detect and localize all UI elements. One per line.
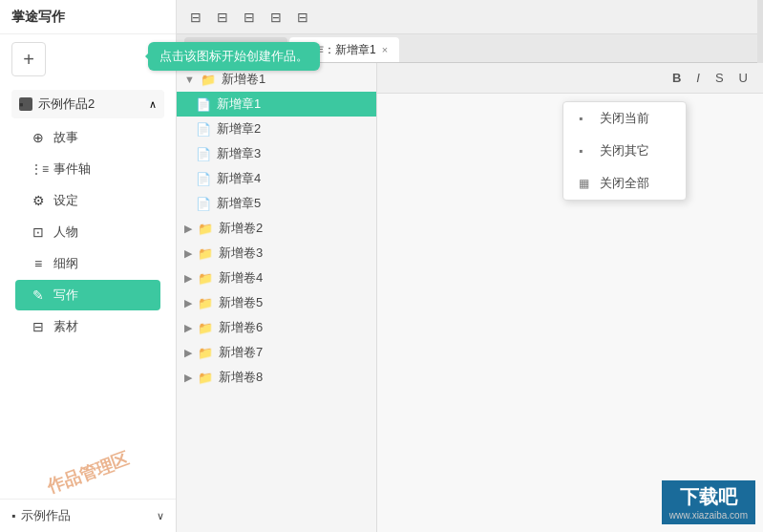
tree-chapter-1-1[interactable]: 📄 新增章1: [177, 92, 376, 117]
sidebar-item-label: 故事: [53, 129, 78, 146]
watermark: 下载吧 www.xiazaiba.com: [662, 480, 755, 524]
toolbar-icon-4[interactable]: ⊟: [265, 6, 287, 29]
tree-volume-5[interactable]: ▶ 📁 新增卷5: [177, 290, 376, 315]
volume-name: 新增卷5: [219, 294, 263, 311]
project-name: 示例作品2: [38, 96, 95, 113]
folder-icon: 📁: [198, 271, 213, 286]
chapter-name: 新增章4: [217, 170, 261, 187]
story-icon: ⊕: [31, 130, 46, 145]
sidebar-bottom: ▪ 示例作品 ∨: [0, 499, 176, 532]
content-area: ▼ 📁 新增卷1 📄 新增章1 📄 新增章2 📄 新增章3 📄: [177, 63, 763, 532]
sidebar-item-timeline[interactable]: ⋮≡ 事件轴: [15, 154, 160, 184]
project-header[interactable]: ▪ 示例作品2 ∧: [11, 90, 164, 118]
bold-button[interactable]: B: [668, 69, 685, 87]
sidebar-item-story[interactable]: ⊕ 故事: [15, 122, 160, 153]
chevron-down-icon: ∨: [157, 510, 164, 522]
tree-chapter-1-3[interactable]: 📄 新增章3: [177, 141, 376, 166]
project-section: ▪ 示例作品2 ∧ ⊕ 故事 ⋮≡ 事件轴 ⚙ 设定: [0, 84, 176, 347]
main-content: ⊟ ⊟ ⊟ ⊟ ⊟ 故事：新增章… 写作：新增章1 × ▼ 📁: [177, 0, 763, 532]
sidebar-item-label: 素材: [53, 318, 78, 335]
tree-chapter-1-5[interactable]: 📄 新增章5: [177, 191, 376, 216]
folder-icon: 📁: [198, 246, 213, 261]
tree-arrow-icon: ▶: [184, 223, 192, 235]
toolbar-icon-3[interactable]: ⊟: [238, 6, 261, 29]
tree-volume-2[interactable]: ▶ 📁 新增卷2: [177, 216, 376, 241]
close-others-icon: ▪: [579, 144, 592, 158]
underline-button[interactable]: U: [735, 69, 752, 87]
tree-volume-4[interactable]: ▶ 📁 新增卷4: [177, 266, 376, 290]
tree-arrow-icon: ▶: [184, 272, 192, 285]
works-management-area: 作品管理区: [0, 461, 176, 484]
tree-volume-7[interactable]: ▶ 📁 新增卷7: [177, 340, 376, 365]
context-menu: ▪ 关闭当前 ▪ 关闭其它 ▦ 关闭全部: [562, 101, 687, 201]
tree-volume-3[interactable]: ▶ 📁 新增卷3: [177, 241, 376, 266]
folder-icon: 📁: [201, 73, 216, 87]
works-management-label: 作品管理区: [44, 447, 133, 498]
sidebar-item-settings[interactable]: ⚙ 设定: [15, 185, 160, 216]
tree-volume-8[interactable]: ▶ 📁 新增卷8: [177, 365, 376, 390]
editor-area: B I S U ▪ 关闭当前 ▪ 关闭其它 ▦: [377, 63, 763, 532]
folder-icon: 📁: [198, 371, 213, 385]
context-menu-label: 关闭其它: [600, 142, 649, 160]
tree-arrow-icon: ▶: [184, 347, 192, 359]
sidebar-item-characters[interactable]: ⊡ 人物: [15, 217, 160, 247]
file-icon: 📄: [196, 147, 211, 161]
sidebar-bottom-project[interactable]: ▪ 示例作品 ∨: [0, 500, 176, 532]
chevron-up-icon: ∧: [149, 98, 157, 111]
sidebar-title: 掌途写作: [11, 9, 65, 26]
sidebar-item-label: 细纲: [53, 255, 78, 272]
bottom-project-name: 示例作品: [21, 507, 71, 524]
file-icon: 📄: [196, 197, 211, 211]
sidebar: 掌途写作 + 点击该图标开始创建作品。 ▪ 示例作品2 ∧: [0, 0, 177, 532]
file-icon: 📄: [196, 172, 211, 186]
tree-arrow-icon: ▶: [184, 247, 192, 260]
tab-close-button[interactable]: ×: [382, 44, 388, 55]
toolbar-icon-5[interactable]: ⊟: [291, 6, 314, 29]
editor-toolbar: B I S U: [377, 63, 763, 94]
tree-chapter-1-4[interactable]: 📄 新增章4: [177, 166, 376, 191]
strikethrough-button[interactable]: S: [711, 69, 728, 87]
sidebar-item-materials[interactable]: ⊟ 素材: [15, 311, 160, 342]
sidebar-item-label: 人物: [53, 223, 78, 241]
volume-name: 新增卷3: [219, 245, 263, 262]
tree-chapter-1-2[interactable]: 📄 新增章2: [177, 117, 376, 141]
file-icon: 📄: [196, 122, 211, 137]
tree-volume-6[interactable]: ▶ 📁 新增卷6: [177, 315, 376, 340]
settings-icon: ⚙: [31, 193, 46, 208]
sidebar-item-writing[interactable]: ✎ 写作: [15, 280, 160, 310]
tree-arrow-icon: ▼: [184, 74, 195, 85]
sidebar-item-outline[interactable]: ≡ 细纲: [15, 248, 160, 279]
bottom-project-icon: ▪: [11, 509, 15, 522]
characters-icon: ⊡: [31, 224, 46, 240]
materials-icon: ⊟: [31, 319, 46, 334]
timeline-icon: ⋮≡: [31, 162, 46, 176]
sidebar-header: 掌途写作: [0, 0, 176, 34]
close-all-icon: ▦: [579, 177, 592, 190]
volume-name: 新增卷4: [219, 269, 263, 287]
chapter-name: 新增章5: [217, 195, 261, 212]
folder-icon: 📁: [198, 346, 213, 360]
sidebar-item-label: 设定: [53, 192, 78, 209]
watermark-sub: www.xiazaiba.com: [669, 510, 748, 521]
close-current-icon: ▪: [579, 112, 592, 125]
toolbar-icon-2[interactable]: ⊟: [211, 6, 234, 29]
volume-name: 新增卷1: [222, 71, 265, 88]
chapter-name: 新增章3: [217, 145, 261, 162]
tree-arrow-icon: ▶: [184, 297, 192, 309]
volume-name: 新增卷6: [219, 319, 263, 336]
file-icon: 📄: [196, 97, 211, 112]
project-icon: ▪: [19, 97, 32, 111]
context-menu-item-close-others[interactable]: ▪ 关闭其它: [563, 135, 686, 167]
folder-icon: 📁: [198, 296, 213, 310]
add-work-button[interactable]: +: [11, 42, 46, 76]
app-container: 掌途写作 + 点击该图标开始创建作品。 ▪ 示例作品2 ∧: [0, 0, 763, 532]
toolbar-icon-1[interactable]: ⊟: [184, 6, 207, 29]
italic-button[interactable]: I: [692, 69, 704, 87]
context-menu-label: 关闭当前: [600, 110, 649, 127]
file-tree: ▼ 📁 新增卷1 📄 新增章1 📄 新增章2 📄 新增章3 📄: [177, 63, 377, 532]
context-menu-item-close-all[interactable]: ▦ 关闭全部: [563, 167, 686, 200]
tree-arrow-icon: ▶: [184, 372, 192, 384]
folder-icon: 📁: [198, 321, 213, 335]
top-toolbar: ⊟ ⊟ ⊟ ⊟ ⊟: [177, 0, 763, 34]
context-menu-item-close-current[interactable]: ▪ 关闭当前: [563, 102, 686, 135]
